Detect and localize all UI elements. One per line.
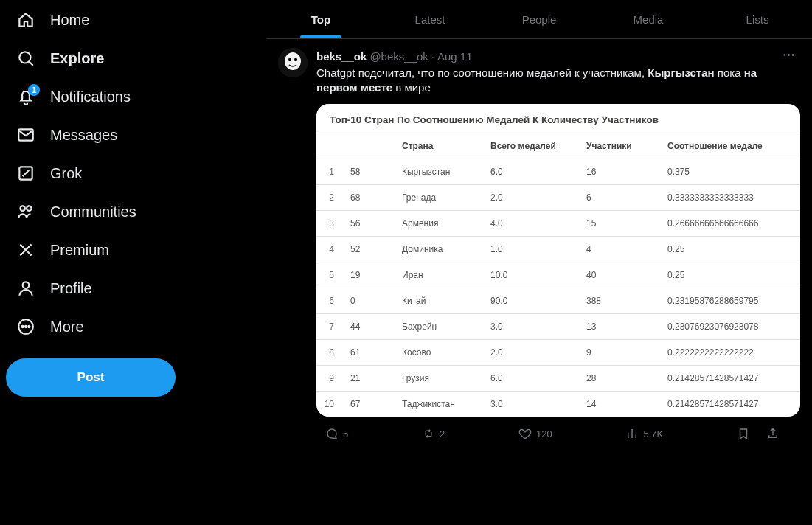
notification-badge: 1 (28, 84, 40, 96)
tab-media[interactable]: Media (594, 0, 703, 38)
sidebar-item-label: Communities (50, 204, 136, 220)
tab-top[interactable]: Top (266, 0, 375, 38)
col-ratio: Соотношение медале (662, 133, 800, 159)
reply-button[interactable]: 5 (321, 424, 353, 443)
x-icon (16, 240, 35, 260)
people-icon (16, 202, 35, 221)
svg-point-11 (285, 52, 301, 70)
table-row: 158Кыргызстан6.0160.375 (316, 159, 800, 185)
main-column: TopLatestPeopleMediaLists beks__ok @beks… (266, 0, 812, 525)
views-button[interactable]: 5.7K (621, 424, 667, 443)
share-button[interactable] (762, 424, 784, 443)
tweet: beks__ok @beks__ok · Aug 11 Chatgpt подс… (266, 39, 812, 453)
card-title: Топ-10 Стран По Соотношению Медалей К Ко… (316, 104, 800, 133)
tab-latest[interactable]: Latest (375, 0, 485, 38)
sidebar-item-label: Messages (50, 127, 117, 144)
col-code (344, 133, 396, 159)
more-icon[interactable] (777, 48, 800, 64)
sidebar-item-label: Premium (50, 242, 109, 259)
heart-icon (518, 427, 532, 440)
like-count: 120 (536, 428, 552, 439)
post-button[interactable]: Post (6, 358, 176, 397)
grok-icon (16, 164, 35, 183)
svg-point-3 (20, 206, 25, 211)
ratio-table: Страна Всего медалей Участники Соотношен… (316, 133, 800, 417)
mail-icon (16, 125, 35, 145)
retweet-count: 2 (440, 428, 445, 439)
svg-point-15 (788, 54, 790, 56)
embedded-table-card[interactable]: Топ-10 Стран По Соотношению Медалей К Ко… (316, 104, 800, 417)
col-country: Страна (396, 133, 485, 159)
tab-people[interactable]: People (485, 0, 594, 38)
svg-point-12 (288, 58, 291, 61)
table-row: 60Китай90.03880.23195876288659795 (316, 288, 800, 314)
table-row: 744Бахрейн3.0130.23076923076923078 (316, 314, 800, 340)
text-bold-1: Кыргызстан (648, 66, 714, 79)
svg-point-16 (792, 54, 794, 56)
search-icon (16, 49, 35, 68)
svg-point-0 (19, 52, 30, 63)
table-row: 921Грузия6.0280.21428571428571427 (316, 366, 800, 392)
sidebar-item-label: More (50, 319, 84, 335)
sidebar-item-home[interactable]: Home (6, 1, 260, 38)
author-name[interactable]: beks__ok (316, 50, 367, 63)
table-header-row: Страна Всего медалей Участники Соотношен… (316, 133, 800, 159)
bell-icon: 1 (16, 87, 35, 106)
sidebar-item-grok[interactable]: Grok (6, 155, 260, 192)
sidebar-item-mail[interactable]: Messages (6, 117, 260, 153)
table-row: 1067Таджикистан3.0140.21428571428571427 (316, 392, 800, 417)
bookmark-button[interactable] (732, 424, 754, 443)
avatar[interactable] (278, 48, 308, 77)
text-part-1: Chatgpt подсчитал, что по соотношению ме… (316, 66, 648, 79)
sidebar-item-search[interactable]: Explore (6, 40, 260, 77)
person-icon (16, 279, 35, 298)
sidebar-item-label: Notifications (50, 88, 131, 105)
retweet-icon (422, 427, 435, 440)
tab-lists[interactable]: Lists (703, 0, 812, 38)
reply-count: 5 (343, 428, 348, 439)
sidebar-item-label: Home (50, 12, 89, 29)
like-button[interactable]: 120 (514, 424, 557, 443)
text-part-3: в мире (392, 81, 431, 94)
tweet-header: beks__ok @beks__ok · Aug 11 (316, 48, 800, 64)
sidebar-item-label: Grok (50, 165, 82, 182)
retweet-button[interactable]: 2 (417, 424, 449, 443)
table-body: 158Кыргызстан6.0160.375268Гренада2.060.3… (316, 159, 800, 417)
sidebar-item-people[interactable]: Communities (6, 193, 260, 230)
nav-list: HomeExplore1NotificationsMessagesGrokCom… (6, 0, 260, 347)
svg-point-5 (23, 282, 30, 288)
dot-sep: · (431, 50, 434, 63)
search-tabs: TopLatestPeopleMediaLists (266, 0, 812, 39)
post-date[interactable]: Aug 11 (437, 50, 473, 63)
reply-icon (325, 427, 339, 440)
sidebar-item-dots[interactable]: More (6, 308, 260, 345)
col-medals: Всего медалей (485, 133, 580, 159)
tweet-body: beks__ok @beks__ok · Aug 11 Chatgpt подс… (316, 48, 800, 451)
dots-icon (16, 317, 35, 336)
tweet-actions: 5 2 120 5.7K (316, 417, 788, 451)
bookmark-icon (737, 427, 750, 440)
svg-point-14 (784, 54, 786, 56)
home-icon (16, 10, 35, 29)
col-participants: Участники (580, 133, 662, 159)
table-row: 519Иран10.0400.25 (316, 262, 800, 288)
svg-point-4 (27, 206, 32, 211)
tweet-text: Chatgpt подсчитал, что по соотношению ме… (316, 66, 800, 95)
sidebar-item-x[interactable]: Premium (6, 232, 260, 268)
views-icon (625, 427, 639, 440)
table-row: 268Гренада2.060.3333333333333333 (316, 185, 800, 211)
sidebar: HomeExplore1NotificationsMessagesGrokCom… (0, 0, 266, 525)
sidebar-item-bell[interactable]: 1Notifications (6, 78, 260, 115)
table-row: 452Доминика1.040.25 (316, 237, 800, 262)
mask-avatar-icon (278, 48, 308, 77)
sidebar-item-label: Profile (50, 280, 92, 297)
table-row: 861Косово2.090.2222222222222222 (316, 340, 800, 366)
author-handle[interactable]: @beks__ok (369, 50, 428, 63)
sidebar-item-label: Explore (50, 50, 104, 67)
svg-point-7 (22, 326, 24, 327)
text-part-2: пока (715, 66, 744, 79)
views-count: 5.7K (643, 428, 663, 439)
table-row: 356Армения4.0150.26666666666666666 (316, 211, 800, 237)
svg-point-13 (294, 58, 297, 61)
sidebar-item-person[interactable]: Profile (6, 270, 260, 307)
